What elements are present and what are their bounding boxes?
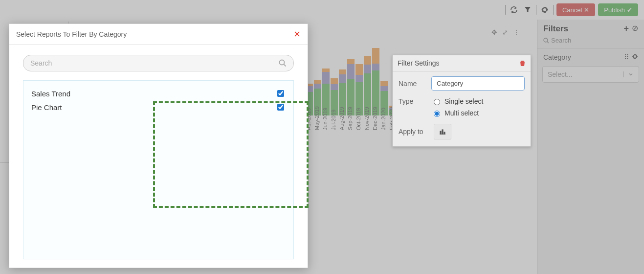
reports-list: Sales Trend Pie Chart — [23, 80, 294, 259]
multi-select-radio[interactable]: Multi select — [431, 109, 483, 117]
list-item: Sales Trend — [31, 87, 286, 100]
svg-rect-1 — [440, 131, 441, 134]
modal-search-input[interactable]: Search — [23, 55, 294, 71]
svg-rect-2 — [442, 130, 443, 134]
search-icon — [279, 59, 287, 67]
report-checkbox[interactable] — [277, 90, 284, 97]
filter-settings-title: Filter Settings — [398, 59, 440, 67]
applyto-chart-button[interactable] — [434, 124, 451, 139]
single-select-radio[interactable]: Single select — [431, 97, 483, 105]
svg-point-4 — [280, 60, 285, 65]
filter-settings-panel: Filter Settings Name Type Single select … — [392, 55, 531, 147]
delete-filter-icon[interactable] — [519, 60, 526, 67]
single-select-label: Single select — [444, 97, 483, 105]
report-name: Sales Trend — [31, 90, 70, 98]
filter-name-input[interactable] — [431, 76, 525, 91]
select-reports-modal: Select Reports To Filter By Category ✕ S… — [9, 23, 308, 268]
name-label: Name — [399, 80, 425, 88]
modal-title: Select Reports To Filter By Category — [16, 30, 127, 38]
report-name: Pie Chart — [31, 103, 62, 112]
multi-select-label: Multi select — [444, 109, 479, 117]
modal-close-button[interactable]: ✕ — [293, 29, 301, 40]
report-checkbox[interactable] — [277, 104, 284, 111]
modal-search-placeholder: Search — [30, 59, 52, 67]
type-label: Type — [399, 97, 425, 105]
svg-rect-3 — [444, 132, 445, 134]
list-item: Pie Chart — [31, 100, 286, 114]
applyto-label: Apply to — [399, 128, 428, 136]
